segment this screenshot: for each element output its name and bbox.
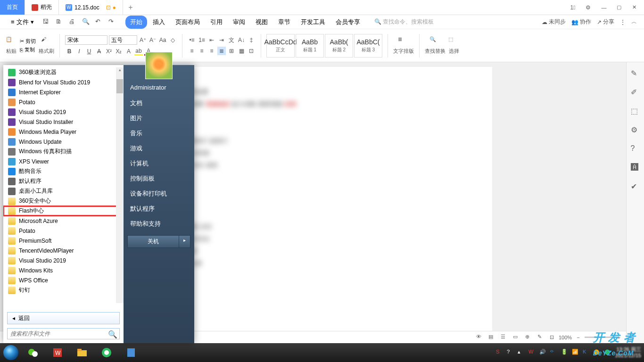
style-item-3[interactable]: AaBbC(标题 3 (354, 34, 382, 58)
styles-gallery[interactable]: AaBbCcDd正文AaBb标题 1AaBb(标题 2AaBbC(标题 3 (266, 34, 382, 58)
copy-button[interactable]: ⎘ 复制 (20, 46, 36, 53)
rail-translate-icon[interactable]: 🅰 (631, 163, 640, 173)
text-layout-button[interactable]: ≣文字排版 (393, 36, 414, 55)
sync-status[interactable]: ☁ 未同步 (542, 18, 566, 26)
start-app-13[interactable]: 360安全中心 (3, 196, 124, 206)
zoom-fit-icon[interactable]: ⊡ (550, 334, 554, 340)
change-case-icon[interactable]: Aa (158, 36, 167, 44)
qat-save-icon[interactable]: 🖫 (42, 18, 51, 26)
menu-tab-0[interactable]: 开始 (125, 16, 147, 29)
rail-pen-icon[interactable]: ✐ (631, 88, 640, 97)
start-app-12[interactable]: 桌面小工具库 (3, 186, 124, 196)
status-view1-icon[interactable]: ▤ (488, 334, 496, 341)
start-right-link-4[interactable]: 计算机 (124, 156, 194, 171)
format-painter-button[interactable]: 🖌格式刷 (39, 36, 54, 55)
qat-preview-icon[interactable]: 🔍 (82, 18, 91, 26)
indent-dec-icon[interactable]: ⇤ (207, 36, 216, 44)
tray-bluetooth-icon[interactable]: ⌔ (550, 349, 558, 356)
text-direction-icon[interactable]: 文 (227, 36, 236, 44)
cut-button[interactable]: ✂ 剪切 (20, 38, 36, 45)
tray-network-icon[interactable]: 📶 (572, 349, 579, 356)
distribute-icon[interactable]: ⊞ (227, 47, 236, 55)
zoom-out-button[interactable]: − (577, 335, 579, 340)
qat-print-icon[interactable]: 🖨 (69, 18, 77, 26)
start-right-link-5[interactable]: 控制面板 (124, 171, 194, 186)
clear-format-icon[interactable]: ◇ (168, 36, 177, 44)
rail-select-icon[interactable]: ⬚ (631, 107, 640, 116)
minimize-button[interactable]: — (598, 2, 610, 13)
decrease-font-icon[interactable]: A⁻ (149, 36, 157, 44)
menu-tab-4[interactable]: 审阅 (228, 16, 250, 29)
select-button[interactable]: ⬚选择 (448, 36, 460, 55)
status-edit-icon[interactable]: ✎ (537, 334, 545, 341)
maximize-button[interactable]: ▢ (613, 2, 625, 13)
rail-proof-icon[interactable]: ✔ (631, 182, 640, 191)
start-right-link-0[interactable]: 文档 (124, 96, 194, 111)
start-app-3[interactable]: Potato (3, 97, 124, 107)
style-item-0[interactable]: AaBbCcDd正文 (266, 34, 295, 58)
start-app-0[interactable]: 360极速浏览器 (3, 67, 124, 77)
sort-icon[interactable]: A↓ (237, 36, 246, 44)
start-app-16[interactable]: Potato (3, 226, 124, 236)
paste-button[interactable]: 📋粘贴 (6, 36, 17, 55)
taskbar-notepad[interactable] (119, 344, 143, 362)
start-app-22[interactable]: 钉钉 (3, 285, 124, 295)
start-app-8[interactable]: Windows 传真和扫描 (3, 147, 124, 156)
shading-icon[interactable]: ▦ (237, 47, 246, 55)
align-right-icon[interactable]: ≡ (207, 47, 216, 55)
line-spacing-icon[interactable]: ‡ (247, 36, 256, 44)
start-app-4[interactable]: Visual Studio 2019 (3, 107, 124, 117)
rail-help-icon[interactable]: ? (631, 144, 640, 154)
bold-icon[interactable]: B (65, 47, 74, 56)
file-menu[interactable]: ≡ 文件 ▾ (7, 16, 38, 28)
menu-tab-5[interactable]: 视图 (251, 16, 272, 29)
start-button[interactable] (0, 343, 21, 362)
bullets-icon[interactable]: •≡ (188, 36, 196, 44)
close-button[interactable]: ✕ (628, 2, 640, 13)
start-app-7[interactable]: Windows Update (3, 137, 124, 147)
start-right-link-8[interactable]: 帮助和支持 (124, 216, 194, 231)
start-app-20[interactable]: Windows Kits (3, 265, 124, 275)
text-effect-icon[interactable]: A (124, 47, 133, 56)
start-app-17[interactable]: PremiumSoft (3, 236, 124, 246)
collapse-ribbon[interactable]: ︿ (631, 18, 637, 26)
menu-tab-8[interactable]: 会员专享 (331, 16, 365, 29)
tab-daoke[interactable]: 稻壳 (25, 0, 59, 15)
style-item-1[interactable]: AaBb标题 1 (296, 34, 324, 58)
status-view2-icon[interactable]: ☰ (501, 334, 508, 341)
menu-tab-1[interactable]: 插入 (148, 16, 170, 29)
start-app-9[interactable]: XPS Viewer (3, 156, 124, 166)
start-app-14[interactable]: Flash中心 (3, 206, 124, 216)
shutdown-options-button[interactable]: ▸ (179, 235, 190, 248)
start-app-2[interactable]: Internet Explorer (3, 87, 124, 97)
underline-icon[interactable]: U (85, 47, 93, 56)
taskbar-browser[interactable] (95, 344, 118, 362)
tab-home[interactable]: 首页 (0, 0, 25, 15)
tray-kugou-icon[interactable]: K (583, 349, 590, 356)
increase-font-icon[interactable]: A⁺ (139, 36, 147, 44)
start-app-18[interactable]: TencentVideoMPlayer (3, 246, 124, 255)
start-search-input[interactable] (7, 328, 120, 339)
tray-help-icon[interactable]: ? (507, 349, 514, 356)
align-center-icon[interactable]: ≡ (198, 47, 206, 55)
start-right-link-7[interactable]: 默认程序 (124, 201, 194, 216)
zoom-level[interactable]: 100% (559, 335, 572, 340)
qat-undo-icon[interactable]: ↶ (95, 18, 104, 26)
rail-style-icon[interactable]: ✎ (631, 69, 640, 78)
taskbar-wps[interactable]: W (46, 344, 69, 362)
start-menu-scrollbar[interactable]: ▴ (116, 67, 124, 303)
user-avatar[interactable] (145, 52, 173, 79)
start-app-19[interactable]: Visual Studio 2019 (3, 255, 124, 265)
font-size-select[interactable] (109, 35, 137, 45)
share-button[interactable]: ↗ 分享 (597, 18, 614, 26)
tray-up-icon[interactable]: ▴ (518, 349, 525, 356)
subscript-icon[interactable]: X₂ (115, 47, 123, 56)
menu-tab-7[interactable]: 开发工具 (296, 16, 330, 29)
numbering-icon[interactable]: 1≡ (198, 36, 206, 44)
tray-wps-icon[interactable]: W (528, 349, 536, 356)
shutdown-button[interactable]: 关机 (127, 235, 179, 248)
align-left-icon[interactable]: ≡ (188, 47, 196, 55)
tray-volume-icon[interactable]: 🔊 (539, 349, 547, 356)
menu-tab-6[interactable]: 章节 (273, 16, 295, 29)
command-search[interactable]: 🔍 查找命令、搜索模板 (374, 18, 434, 26)
